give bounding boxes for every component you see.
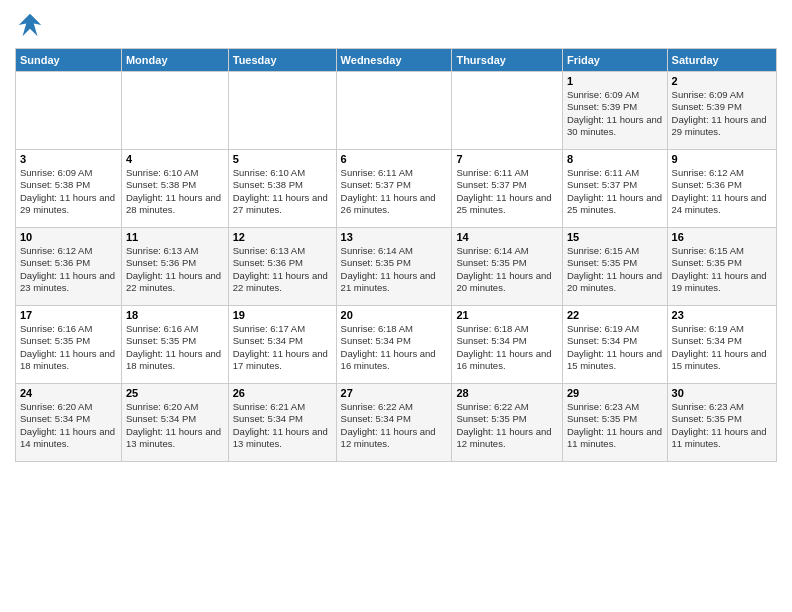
day-cell: 9Sunrise: 6:12 AMSunset: 5:36 PMDaylight…: [667, 150, 776, 228]
day-number: 2: [672, 75, 772, 87]
header-sunday: Sunday: [16, 49, 122, 72]
week-row-0: 1Sunrise: 6:09 AMSunset: 5:39 PMDaylight…: [16, 72, 777, 150]
day-cell: [121, 72, 228, 150]
day-cell: 3Sunrise: 6:09 AMSunset: 5:38 PMDaylight…: [16, 150, 122, 228]
day-info: Sunrise: 6:20 AMSunset: 5:34 PMDaylight:…: [20, 401, 117, 450]
header: [15, 10, 777, 40]
day-number: 4: [126, 153, 224, 165]
day-cell: 21Sunrise: 6:18 AMSunset: 5:34 PMDayligh…: [452, 306, 563, 384]
day-info: Sunrise: 6:16 AMSunset: 5:35 PMDaylight:…: [20, 323, 117, 372]
day-cell: 27Sunrise: 6:22 AMSunset: 5:34 PMDayligh…: [336, 384, 452, 462]
day-cell: 10Sunrise: 6:12 AMSunset: 5:36 PMDayligh…: [16, 228, 122, 306]
header-saturday: Saturday: [667, 49, 776, 72]
day-cell: 16Sunrise: 6:15 AMSunset: 5:35 PMDayligh…: [667, 228, 776, 306]
header-thursday: Thursday: [452, 49, 563, 72]
day-number: 8: [567, 153, 663, 165]
day-number: 20: [341, 309, 448, 321]
header-tuesday: Tuesday: [228, 49, 336, 72]
logo: [15, 10, 49, 40]
day-number: 5: [233, 153, 332, 165]
header-wednesday: Wednesday: [336, 49, 452, 72]
day-number: 29: [567, 387, 663, 399]
day-number: 12: [233, 231, 332, 243]
day-info: Sunrise: 6:15 AMSunset: 5:35 PMDaylight:…: [567, 245, 663, 294]
day-cell: 28Sunrise: 6:22 AMSunset: 5:35 PMDayligh…: [452, 384, 563, 462]
day-cell: 1Sunrise: 6:09 AMSunset: 5:39 PMDaylight…: [562, 72, 667, 150]
day-number: 21: [456, 309, 558, 321]
week-row-4: 24Sunrise: 6:20 AMSunset: 5:34 PMDayligh…: [16, 384, 777, 462]
day-info: Sunrise: 6:23 AMSunset: 5:35 PMDaylight:…: [672, 401, 772, 450]
week-row-1: 3Sunrise: 6:09 AMSunset: 5:38 PMDaylight…: [16, 150, 777, 228]
day-cell: [228, 72, 336, 150]
day-cell: 6Sunrise: 6:11 AMSunset: 5:37 PMDaylight…: [336, 150, 452, 228]
day-number: 11: [126, 231, 224, 243]
svg-marker-0: [19, 14, 42, 37]
day-cell: 30Sunrise: 6:23 AMSunset: 5:35 PMDayligh…: [667, 384, 776, 462]
week-row-2: 10Sunrise: 6:12 AMSunset: 5:36 PMDayligh…: [16, 228, 777, 306]
day-cell: 22Sunrise: 6:19 AMSunset: 5:34 PMDayligh…: [562, 306, 667, 384]
day-number: 6: [341, 153, 448, 165]
day-cell: 7Sunrise: 6:11 AMSunset: 5:37 PMDaylight…: [452, 150, 563, 228]
day-number: 17: [20, 309, 117, 321]
calendar-header-row: SundayMondayTuesdayWednesdayThursdayFrid…: [16, 49, 777, 72]
day-number: 13: [341, 231, 448, 243]
day-cell: 25Sunrise: 6:20 AMSunset: 5:34 PMDayligh…: [121, 384, 228, 462]
day-info: Sunrise: 6:11 AMSunset: 5:37 PMDaylight:…: [567, 167, 663, 216]
day-info: Sunrise: 6:17 AMSunset: 5:34 PMDaylight:…: [233, 323, 332, 372]
day-number: 14: [456, 231, 558, 243]
day-number: 7: [456, 153, 558, 165]
day-cell: 14Sunrise: 6:14 AMSunset: 5:35 PMDayligh…: [452, 228, 563, 306]
day-number: 30: [672, 387, 772, 399]
day-cell: 17Sunrise: 6:16 AMSunset: 5:35 PMDayligh…: [16, 306, 122, 384]
day-info: Sunrise: 6:15 AMSunset: 5:35 PMDaylight:…: [672, 245, 772, 294]
day-number: 15: [567, 231, 663, 243]
day-info: Sunrise: 6:09 AMSunset: 5:38 PMDaylight:…: [20, 167, 117, 216]
day-number: 10: [20, 231, 117, 243]
day-info: Sunrise: 6:13 AMSunset: 5:36 PMDaylight:…: [126, 245, 224, 294]
day-cell: 26Sunrise: 6:21 AMSunset: 5:34 PMDayligh…: [228, 384, 336, 462]
week-row-3: 17Sunrise: 6:16 AMSunset: 5:35 PMDayligh…: [16, 306, 777, 384]
day-info: Sunrise: 6:14 AMSunset: 5:35 PMDaylight:…: [341, 245, 448, 294]
logo-bird-icon: [15, 10, 45, 40]
day-info: Sunrise: 6:12 AMSunset: 5:36 PMDaylight:…: [672, 167, 772, 216]
day-cell: 20Sunrise: 6:18 AMSunset: 5:34 PMDayligh…: [336, 306, 452, 384]
day-number: 28: [456, 387, 558, 399]
day-cell: 29Sunrise: 6:23 AMSunset: 5:35 PMDayligh…: [562, 384, 667, 462]
day-info: Sunrise: 6:23 AMSunset: 5:35 PMDaylight:…: [567, 401, 663, 450]
day-info: Sunrise: 6:18 AMSunset: 5:34 PMDaylight:…: [456, 323, 558, 372]
day-cell: [336, 72, 452, 150]
day-info: Sunrise: 6:09 AMSunset: 5:39 PMDaylight:…: [672, 89, 772, 138]
day-cell: 4Sunrise: 6:10 AMSunset: 5:38 PMDaylight…: [121, 150, 228, 228]
day-number: 25: [126, 387, 224, 399]
day-number: 3: [20, 153, 117, 165]
day-cell: 8Sunrise: 6:11 AMSunset: 5:37 PMDaylight…: [562, 150, 667, 228]
day-number: 16: [672, 231, 772, 243]
day-info: Sunrise: 6:14 AMSunset: 5:35 PMDaylight:…: [456, 245, 558, 294]
day-info: Sunrise: 6:09 AMSunset: 5:39 PMDaylight:…: [567, 89, 663, 138]
day-cell: [452, 72, 563, 150]
calendar-page: SundayMondayTuesdayWednesdayThursdayFrid…: [0, 0, 792, 612]
day-info: Sunrise: 6:18 AMSunset: 5:34 PMDaylight:…: [341, 323, 448, 372]
day-info: Sunrise: 6:19 AMSunset: 5:34 PMDaylight:…: [567, 323, 663, 372]
day-number: 24: [20, 387, 117, 399]
day-info: Sunrise: 6:13 AMSunset: 5:36 PMDaylight:…: [233, 245, 332, 294]
day-cell: 12Sunrise: 6:13 AMSunset: 5:36 PMDayligh…: [228, 228, 336, 306]
day-number: 22: [567, 309, 663, 321]
day-cell: 11Sunrise: 6:13 AMSunset: 5:36 PMDayligh…: [121, 228, 228, 306]
day-number: 27: [341, 387, 448, 399]
calendar-table: SundayMondayTuesdayWednesdayThursdayFrid…: [15, 48, 777, 462]
day-info: Sunrise: 6:10 AMSunset: 5:38 PMDaylight:…: [233, 167, 332, 216]
day-info: Sunrise: 6:10 AMSunset: 5:38 PMDaylight:…: [126, 167, 224, 216]
day-info: Sunrise: 6:22 AMSunset: 5:34 PMDaylight:…: [341, 401, 448, 450]
day-number: 1: [567, 75, 663, 87]
day-cell: 15Sunrise: 6:15 AMSunset: 5:35 PMDayligh…: [562, 228, 667, 306]
day-info: Sunrise: 6:16 AMSunset: 5:35 PMDaylight:…: [126, 323, 224, 372]
day-number: 19: [233, 309, 332, 321]
day-number: 18: [126, 309, 224, 321]
day-info: Sunrise: 6:19 AMSunset: 5:34 PMDaylight:…: [672, 323, 772, 372]
header-friday: Friday: [562, 49, 667, 72]
day-cell: 19Sunrise: 6:17 AMSunset: 5:34 PMDayligh…: [228, 306, 336, 384]
day-info: Sunrise: 6:20 AMSunset: 5:34 PMDaylight:…: [126, 401, 224, 450]
header-monday: Monday: [121, 49, 228, 72]
day-cell: 13Sunrise: 6:14 AMSunset: 5:35 PMDayligh…: [336, 228, 452, 306]
